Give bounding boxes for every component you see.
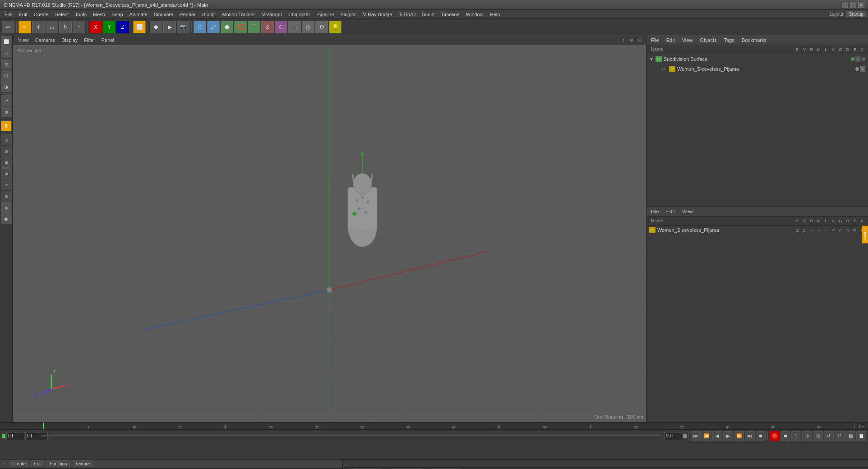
vp-icon-circle[interactable]: ⊙ xyxy=(636,37,643,44)
anim-box-button[interactable]: ⊞ xyxy=(813,431,823,441)
menu-mograph[interactable]: MoGraph xyxy=(259,11,285,18)
timeline-ruler[interactable]: 0F xyxy=(0,423,868,430)
attr-icon-3[interactable]: — xyxy=(808,227,815,233)
spline-button[interactable]: ⬢ xyxy=(221,21,233,33)
relax-tool-button[interactable]: ◉ xyxy=(1,213,12,224)
play-button[interactable]: ▶ xyxy=(163,21,176,33)
material-menu-function[interactable]: Function xyxy=(47,460,69,467)
light2-button[interactable]: 💡 xyxy=(329,21,342,33)
menu-help[interactable]: Help xyxy=(487,11,503,18)
material-menu-edit[interactable]: Edit xyxy=(31,460,44,467)
autokey-button[interactable]: ⏺ xyxy=(780,431,790,441)
anim-grid-button[interactable]: ▦ xyxy=(845,431,855,441)
menu-animate[interactable]: Animate xyxy=(127,11,150,18)
scale-tool-button[interactable]: □ xyxy=(46,21,58,33)
vp-menu-filter[interactable]: Filter xyxy=(81,37,97,44)
menu-timeline[interactable]: Timeline xyxy=(438,11,462,18)
attr-icon-6[interactable]: ↗ xyxy=(830,227,836,233)
pinch-tool-button[interactable]: ◈ xyxy=(1,202,12,213)
axis-y-button[interactable]: Y xyxy=(103,21,115,33)
brush-tool-button[interactable]: ⊙ xyxy=(1,134,12,145)
objects-menu-bookmarks[interactable]: Bookmarks xyxy=(740,37,768,44)
objects-menu-objects[interactable]: Objects xyxy=(698,37,718,44)
bezier-button[interactable]: ⭕ xyxy=(234,21,247,33)
snap-left-button[interactable]: ⊕ xyxy=(1,106,12,117)
axis-x-button[interactable]: X xyxy=(89,21,102,33)
anim-settings-button[interactable]: ⊕ xyxy=(802,431,812,441)
objects-menu-edit[interactable]: Edit xyxy=(665,37,677,44)
menu-sculpt[interactable]: Sculpt xyxy=(199,11,219,18)
axis-z-button[interactable]: Z xyxy=(116,21,129,33)
settings-button[interactable]: ⚙ xyxy=(315,21,328,33)
cube-button[interactable]: ⬡ xyxy=(194,21,206,33)
grab-tool-button[interactable]: ⊕ xyxy=(1,168,12,179)
inflate-tool-button[interactable]: ⊘ xyxy=(1,191,12,202)
light-button[interactable]: ◷ xyxy=(302,21,314,33)
objects-menu-file[interactable]: File xyxy=(649,37,661,44)
move-left-button[interactable]: ↗ xyxy=(1,95,12,106)
camera2-button[interactable]: ◻ xyxy=(288,21,301,33)
timeline-scrubber[interactable] xyxy=(42,435,661,437)
deform-button[interactable]: ⊘ xyxy=(261,21,274,33)
menu-file[interactable]: File xyxy=(2,11,15,18)
move-tool-button[interactable]: ✛ xyxy=(32,21,45,33)
attr-icon-7[interactable]: ↙ xyxy=(837,227,844,233)
viewport-3d[interactable]: X Y Z Perspective Grid Spacing : 100 cm xyxy=(13,45,646,422)
attr-menu-view[interactable]: View xyxy=(680,208,695,215)
layout-select[interactable]: Startup xyxy=(846,11,866,17)
nurbs-button[interactable]: ⌒ xyxy=(248,21,260,33)
menu-mesh[interactable]: Mesh xyxy=(90,11,108,18)
menu-render[interactable]: Render xyxy=(177,11,199,18)
layout-side-tab[interactable]: Layout xyxy=(862,225,868,243)
flatten-tool-button[interactable]: ≋ xyxy=(1,179,12,190)
vp-menu-panel[interactable]: Panel xyxy=(99,37,117,44)
menu-motiontracker[interactable]: Motion Tracker xyxy=(219,11,258,18)
smooth-tool-button[interactable]: ≋ xyxy=(1,157,12,168)
rotate-tool-button[interactable]: ↻ xyxy=(59,21,72,33)
attr-icon-9[interactable]: ⊕ xyxy=(852,227,858,233)
shade2-button[interactable]: ◑ xyxy=(1,81,12,92)
menu-character[interactable]: Character xyxy=(286,11,313,18)
attr-menu-file[interactable]: File xyxy=(649,208,661,215)
menu-create[interactable]: Create xyxy=(31,11,51,18)
next-frame-button[interactable]: ⏩ xyxy=(734,431,744,441)
s-tool-button[interactable]: S xyxy=(1,120,12,131)
menu-3dtoall[interactable]: 3DToAll xyxy=(396,11,418,18)
play-reverse-button[interactable]: ◀ xyxy=(712,431,722,441)
attr-icon-2[interactable]: ◻ xyxy=(801,227,808,233)
transform-tool-button[interactable]: + xyxy=(73,21,85,33)
obj-row-women-pijama[interactable]: L0 ◻ Women_Sleeveless_Pijama ■ xyxy=(646,64,868,74)
anim-clipboard-button[interactable]: 📋 xyxy=(856,431,866,441)
objects-menu-tags[interactable]: Tags xyxy=(722,37,736,44)
menu-simulate[interactable]: Simulate xyxy=(151,11,176,18)
prev-frame-button[interactable]: ⏪ xyxy=(702,431,711,441)
attr-icon-1[interactable]: ◻ xyxy=(794,227,800,233)
menu-vray[interactable]: V-Ray Bridge xyxy=(360,11,395,18)
draw-button[interactable]: 🖊 xyxy=(207,21,220,33)
knife-tool-button[interactable]: ⊗ xyxy=(1,146,12,156)
attr-icon-4[interactable]: — xyxy=(816,227,822,233)
vp-menu-cameras[interactable]: Cameras xyxy=(32,37,58,44)
anim-loop-button[interactable]: ↺ xyxy=(824,431,834,441)
maximize-button[interactable]: □ xyxy=(850,2,856,8)
goto-end-button[interactable]: ⏭ xyxy=(745,431,755,441)
menu-snap[interactable]: Snap xyxy=(109,11,126,18)
frame-end-input[interactable] xyxy=(664,432,682,440)
material-menu-texture[interactable]: Texture xyxy=(73,460,93,467)
view-mode-button[interactable]: ⬜ xyxy=(1,36,12,47)
goto-start-button[interactable]: ⏮ xyxy=(691,431,701,441)
undo-button[interactable]: ↩ xyxy=(2,21,14,33)
menu-edit[interactable]: Edit xyxy=(16,11,30,18)
objects-menu-view[interactable]: View xyxy=(680,37,695,44)
record-active-button[interactable]: 🔴 xyxy=(770,431,780,441)
wireframe-button[interactable]: ◻ xyxy=(1,47,12,58)
vp-menu-view[interactable]: View xyxy=(15,37,32,44)
menu-script[interactable]: Script xyxy=(419,11,437,18)
menu-plugins[interactable]: Plugins xyxy=(337,11,359,18)
minimize-button[interactable]: _ xyxy=(842,2,848,8)
record-button[interactable]: ⏺ xyxy=(150,21,162,33)
menu-pipeline[interactable]: Pipeline xyxy=(314,11,337,18)
obj-row-subdivision-surface[interactable]: ▼ ⬡ Subdivision Surface ✓ xyxy=(646,54,868,64)
attr-icon-5[interactable]: ↕ xyxy=(823,227,829,233)
select-tool-button[interactable]: ↖ xyxy=(18,21,31,33)
